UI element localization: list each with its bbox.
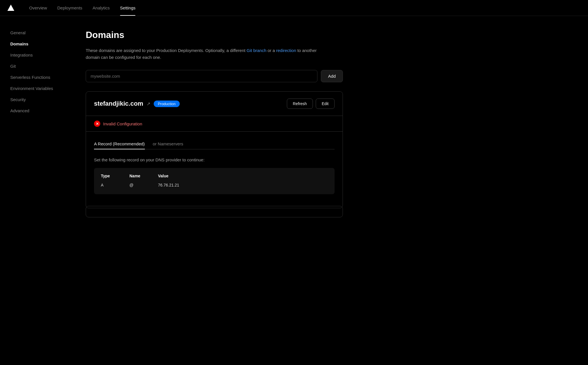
logo[interactable]: [7, 4, 15, 12]
dns-row-type: A: [101, 182, 129, 188]
domain-card-left: stefandjikic.com ↗ Production: [94, 100, 180, 107]
domain-card-header: stefandjikic.com ↗ Production Refresh Ed…: [86, 92, 343, 116]
table-row: A @ 76.76.21.21: [101, 182, 328, 188]
domain-input[interactable]: [86, 70, 317, 82]
invalid-config-row: ✕ Invalid Configuration: [86, 116, 343, 132]
add-domain-button[interactable]: Add: [321, 70, 343, 82]
refresh-button[interactable]: Refresh: [287, 99, 313, 109]
domain-input-row: Add: [86, 70, 343, 82]
dns-tab-a-record[interactable]: A Record (Recommended): [94, 139, 145, 149]
topnav-overview[interactable]: Overview: [24, 0, 52, 16]
dns-description: Set the following record on your DNS pro…: [94, 157, 335, 162]
domain-card-bottom-partial: [86, 206, 343, 217]
domain-name: stefandjikic.com: [94, 100, 143, 107]
description-text-2: or a: [266, 48, 276, 53]
dns-section: A Record (Recommended) or Nameservers Se…: [86, 132, 343, 208]
dns-table-wrapper: Type Name Value A @ 76.76.21.21: [94, 168, 335, 194]
domain-card-actions: Refresh Edit: [287, 99, 335, 109]
domain-card: stefandjikic.com ↗ Production Refresh Ed…: [86, 91, 343, 208]
error-icon: ✕: [94, 121, 100, 127]
redirection-link[interactable]: redirection: [276, 48, 296, 53]
layout: General Domains Integrations Git Serverl…: [0, 16, 588, 365]
topnav-links: Overview Deployments Analytics Settings: [24, 0, 141, 16]
sidebar: General Domains Integrations Git Serverl…: [0, 16, 74, 365]
invalid-config-text: Invalid Configuration: [103, 121, 142, 126]
sidebar-item-general[interactable]: General: [7, 27, 67, 38]
sidebar-item-git[interactable]: Git: [7, 61, 67, 71]
sidebar-item-serverless[interactable]: Serverless Functions: [7, 72, 67, 83]
sidebar-item-integrations[interactable]: Integrations: [7, 50, 67, 60]
topnav: Overview Deployments Analytics Settings: [0, 0, 588, 16]
dns-table: Type Name Value A @ 76.76.21.21: [101, 174, 328, 188]
external-link-icon[interactable]: ↗: [147, 101, 150, 107]
dns-col-name: Name: [129, 174, 158, 182]
description-text-1: These domains are assigned to your Produ…: [86, 48, 247, 53]
svg-marker-0: [7, 5, 14, 11]
page-description: These domains are assigned to your Produ…: [86, 47, 320, 61]
sidebar-item-advanced[interactable]: Advanced: [7, 105, 67, 116]
main-content: Domains These domains are assigned to yo…: [74, 16, 354, 365]
topnav-analytics[interactable]: Analytics: [87, 0, 115, 16]
topnav-deployments[interactable]: Deployments: [52, 0, 88, 16]
topnav-settings[interactable]: Settings: [115, 0, 141, 16]
sidebar-item-security[interactable]: Security: [7, 94, 67, 105]
dns-col-type: Type: [101, 174, 129, 182]
production-badge: Production: [154, 101, 179, 107]
page-title: Domains: [86, 30, 343, 40]
git-branch-link[interactable]: Git branch: [247, 48, 266, 53]
dns-col-value: Value: [158, 174, 328, 182]
dns-tab-nameservers[interactable]: or Nameservers: [153, 139, 183, 149]
dns-row-name: @: [129, 182, 158, 188]
sidebar-item-env[interactable]: Environment Variables: [7, 83, 67, 94]
sidebar-item-domains[interactable]: Domains: [7, 39, 67, 49]
dns-tabs: A Record (Recommended) or Nameservers: [94, 139, 335, 149]
dns-row-value: 76.76.21.21: [158, 182, 328, 188]
edit-button[interactable]: Edit: [316, 99, 335, 109]
